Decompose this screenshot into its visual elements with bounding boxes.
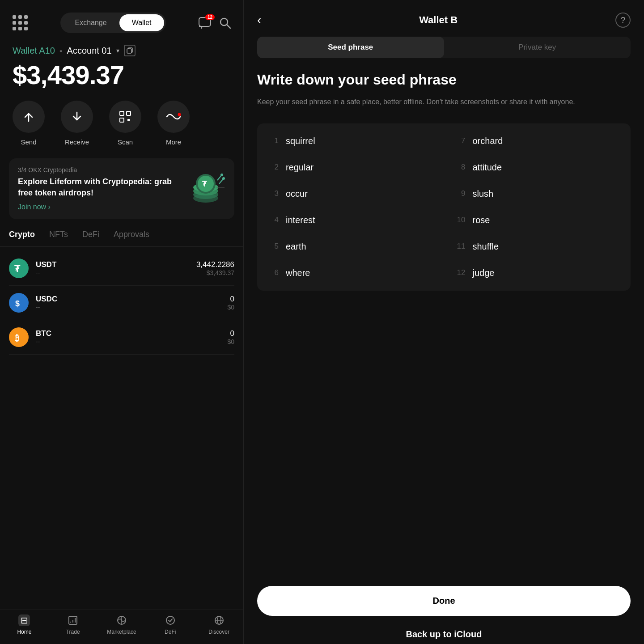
seed-col-left: 1 squirrel 2 regular 3 occur 4 interest …	[257, 123, 444, 291]
svg-text:$: $	[15, 299, 20, 308]
send-label: Send	[21, 138, 36, 146]
grid-icon[interactable]	[13, 15, 28, 30]
top-bar: Exchange Wallet 12	[0, 0, 243, 40]
seed-item-8: 8 attitude	[444, 154, 631, 181]
exchange-tab[interactable]: Exchange	[62, 14, 119, 31]
usdt-sub: --	[36, 269, 189, 276]
wallet-account: -	[59, 46, 63, 56]
nav-home[interactable]: ⊟ Home	[0, 614, 49, 635]
seed-num-6: 6	[268, 268, 279, 277]
usdt-usd: $3,439.37	[196, 269, 234, 276]
svg-text:₮: ₮	[202, 180, 207, 188]
chat-icon-wrap[interactable]: 12	[199, 17, 211, 29]
seed-word-8: attitude	[473, 162, 502, 173]
seed-item-7: 7 orchard	[444, 128, 631, 154]
send-button[interactable]	[13, 101, 45, 133]
seed-num-11: 11	[455, 242, 466, 251]
svg-line-2	[227, 25, 230, 28]
more-label: More	[166, 138, 181, 146]
more-button[interactable]	[157, 101, 190, 133]
svg-rect-9	[127, 119, 130, 121]
back-button[interactable]: ‹	[257, 13, 261, 27]
bottom-nav: ⊟ Home Trade Marketpl	[0, 610, 243, 644]
crypto-row-usdt[interactable]: ₮ USDT -- 3,442.2286 $3,439.37	[9, 251, 234, 286]
wallet-section: Wallet A10 - Account 01 ▾ $3,439.37	[0, 40, 243, 101]
seed-word-3: occur	[286, 189, 308, 199]
svg-text:₿: ₿	[15, 334, 19, 343]
usdt-amount: 3,442.2286	[196, 260, 234, 269]
tab-approvals[interactable]: Approvals	[114, 230, 149, 242]
seed-item-5: 5 earth	[257, 233, 444, 260]
seed-word-7: orchard	[473, 136, 503, 146]
seed-word-12: judge	[473, 268, 495, 278]
right-tabs: Seed phrase Private key	[257, 37, 631, 58]
usdc-usd: $0	[227, 304, 234, 311]
seed-phrase-tab[interactable]: Seed phrase	[257, 37, 444, 58]
icloud-backup-button[interactable]: Back up to iCloud	[244, 625, 644, 644]
asset-tabs: Crypto NFTs DeFi Approvals	[0, 230, 243, 247]
nav-marketplace[interactable]: Marketplace	[97, 614, 146, 635]
seed-word-10: rose	[473, 215, 490, 225]
nav-defi[interactable]: DeFi	[146, 614, 195, 635]
nav-discover[interactable]: Discover	[195, 614, 243, 635]
crypto-row-btc[interactable]: ₿ BTC -- 0 $0	[9, 320, 234, 355]
usdc-logo: $	[9, 293, 29, 313]
btc-amount: 0	[227, 329, 234, 338]
nav-defi-label: DeFi	[165, 629, 176, 635]
receive-label: Receive	[65, 138, 89, 146]
wallet-tab[interactable]: Wallet	[119, 14, 164, 31]
seed-num-10: 10	[455, 216, 466, 225]
scan-button[interactable]	[109, 101, 141, 133]
seed-grid: 1 squirrel 2 regular 3 occur 4 interest …	[257, 123, 631, 291]
usdc-name: USDC	[36, 295, 220, 304]
search-icon[interactable]	[219, 17, 231, 29]
marketplace-icon	[116, 614, 127, 626]
wallet-account-num: Account 01	[67, 46, 112, 56]
seed-num-3: 3	[268, 189, 279, 198]
chat-badge: 12	[205, 14, 215, 20]
balance-amount: $3,439.37	[13, 60, 231, 90]
seed-word-9: slush	[473, 189, 494, 199]
promo-image: ₮	[186, 171, 225, 207]
seed-description: Keep your seed phrase in a safe place, b…	[257, 97, 631, 107]
seed-num-9: 9	[455, 189, 466, 198]
join-now-link[interactable]: Join now ›	[18, 203, 51, 211]
discover-icon	[213, 614, 225, 626]
svg-point-21	[222, 177, 225, 180]
btc-logo: ₿	[9, 327, 29, 347]
svg-point-10	[178, 113, 181, 116]
promo-title: Explore Lifeform with Cryptopedia: grab …	[18, 176, 186, 199]
chevron-down-icon[interactable]: ▾	[116, 47, 119, 54]
tab-defi[interactable]: DeFi	[82, 230, 99, 242]
trade-icon	[67, 614, 79, 626]
seed-item-3: 3 occur	[257, 181, 444, 207]
action-buttons: Send Receive Scan	[0, 101, 243, 146]
seed-num-7: 7	[455, 136, 466, 145]
seed-word-4: interest	[286, 215, 315, 225]
usdc-amount: 0	[227, 295, 234, 304]
done-button[interactable]: Done	[257, 586, 631, 616]
promo-card: 3/4 OKX Cryptopedia Explore Lifeform wit…	[9, 158, 234, 219]
private-key-tab[interactable]: Private key	[444, 37, 631, 58]
seed-num-12: 12	[455, 268, 466, 277]
left-panel: Exchange Wallet 12 Wallet A10 -	[0, 0, 244, 644]
usdt-logo: ₮	[9, 258, 29, 278]
scan-action: Scan	[109, 101, 141, 146]
copy-icon[interactable]	[124, 45, 136, 56]
crypto-list: ₮ USDT -- 3,442.2286 $3,439.37 $ USDC --	[0, 251, 243, 610]
tab-nfts[interactable]: NFTs	[49, 230, 68, 242]
top-bar-icons: 12	[199, 17, 231, 29]
tab-crypto[interactable]: Crypto	[9, 230, 35, 242]
more-action: More	[157, 101, 190, 146]
promo-subtitle: 3/4 OKX Cryptopedia	[18, 166, 186, 174]
btc-sub: --	[36, 338, 220, 345]
receive-button[interactable]	[61, 101, 93, 133]
usdc-sub: --	[36, 304, 220, 311]
help-button[interactable]: ?	[615, 13, 631, 28]
nav-trade[interactable]: Trade	[49, 614, 97, 635]
defi-icon	[165, 614, 176, 626]
crypto-row-usdc[interactable]: $ USDC -- 0 $0	[9, 286, 234, 320]
svg-rect-7	[127, 111, 131, 115]
svg-rect-3	[127, 49, 131, 53]
scan-label: Scan	[118, 138, 133, 146]
